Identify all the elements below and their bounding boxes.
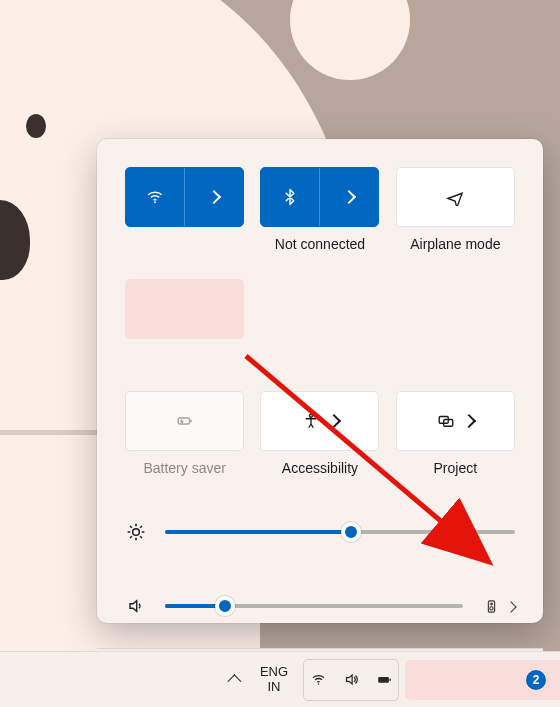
bluetooth-icon xyxy=(280,187,300,207)
project-tile[interactable] xyxy=(396,391,515,451)
svg-point-15 xyxy=(317,683,319,685)
brightness-fill xyxy=(165,530,351,534)
audio-output-select[interactable] xyxy=(481,596,515,616)
svg-point-8 xyxy=(490,603,492,605)
system-tray[interactable] xyxy=(303,659,399,701)
project-label: Project xyxy=(434,460,478,476)
svg-rect-16 xyxy=(378,677,389,683)
airplane-mode-label: Airplane mode xyxy=(410,236,500,252)
notification-badge: 2 xyxy=(526,670,546,690)
notification-center-button[interactable]: 2 xyxy=(405,660,560,700)
volume-thumb[interactable] xyxy=(215,596,235,616)
accessibility-icon xyxy=(301,411,321,431)
airplane-mode-tile[interactable] xyxy=(396,167,515,227)
wifi-tile[interactable] xyxy=(125,167,244,227)
svg-rect-1 xyxy=(178,418,189,424)
svg-point-9 xyxy=(489,606,492,609)
language-top: ENG xyxy=(260,665,288,680)
chevron-right-icon xyxy=(507,598,515,614)
bluetooth-tile[interactable] xyxy=(260,167,379,227)
volume-slider-row xyxy=(125,584,515,628)
battery-saver-icon xyxy=(175,411,195,431)
battery-saver-label: Battery saver xyxy=(143,460,225,476)
volume-slider[interactable] xyxy=(165,604,463,608)
sliders-section xyxy=(97,490,543,648)
bluetooth-toggle[interactable] xyxy=(261,168,320,226)
chevron-right-icon xyxy=(209,189,219,205)
battery-saver-tile[interactable] xyxy=(125,391,244,451)
volume-icon xyxy=(125,597,147,615)
language-indicator[interactable]: ENG IN xyxy=(250,660,298,700)
quick-settings-tiles: Not connected Airplane mode xyxy=(97,139,543,490)
wifi-toggle[interactable] xyxy=(126,168,185,226)
wifi-expand[interactable] xyxy=(185,168,244,226)
volume-icon xyxy=(341,670,361,690)
highlighted-tile[interactable] xyxy=(125,279,244,339)
brightness-slider-row xyxy=(125,510,515,554)
language-bottom: IN xyxy=(268,680,281,695)
wifi-icon xyxy=(145,187,165,207)
quick-settings-panel: Not connected Airplane mode xyxy=(97,139,543,623)
taskbar: ENG IN 2 xyxy=(0,651,560,707)
svg-point-0 xyxy=(154,201,156,203)
svg-point-6 xyxy=(133,529,140,536)
bluetooth-label: Not connected xyxy=(275,236,365,252)
chevron-right-icon xyxy=(329,413,339,429)
accessibility-tile[interactable] xyxy=(260,391,379,451)
brightness-icon xyxy=(125,522,147,542)
airplane-icon xyxy=(445,187,465,207)
battery-icon xyxy=(374,670,394,690)
svg-rect-2 xyxy=(190,420,192,423)
chevron-right-icon xyxy=(344,189,354,205)
bluetooth-expand[interactable] xyxy=(320,168,379,226)
accessibility-label: Accessibility xyxy=(282,460,358,476)
brightness-slider[interactable] xyxy=(165,530,515,534)
svg-point-3 xyxy=(309,414,312,417)
audio-device-icon xyxy=(481,596,501,616)
svg-rect-17 xyxy=(389,679,390,682)
brightness-thumb[interactable] xyxy=(341,522,361,542)
tray-overflow-button[interactable] xyxy=(216,660,250,700)
wifi-icon xyxy=(308,670,328,690)
project-icon xyxy=(436,411,456,431)
chevron-right-icon xyxy=(464,413,474,429)
